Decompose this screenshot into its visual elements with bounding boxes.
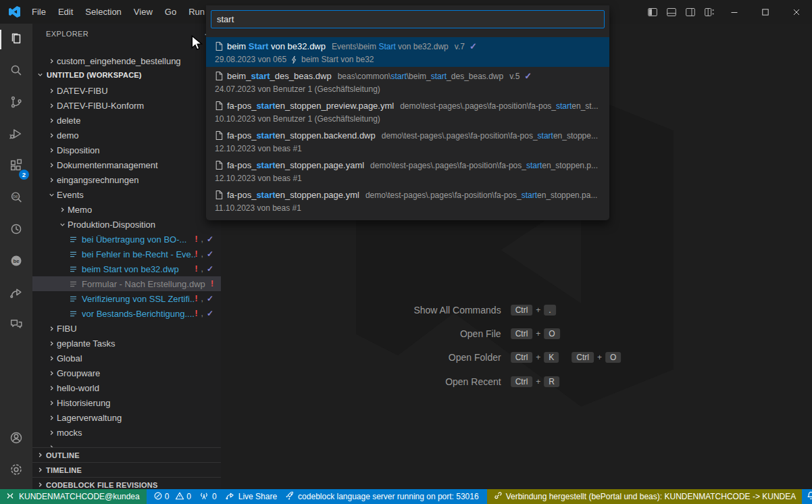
tree-item[interactable]: bei Fehler in be-Recht - Eve...!,✓ (32, 247, 221, 261)
error-decoration: ! (195, 264, 198, 274)
toggle-panel-icon[interactable] (662, 0, 681, 24)
tree-item[interactable]: bei Übertragung von BO-...!,✓ (32, 232, 221, 247)
sidebar-panels: OUTLINE TIMELINE CODEBLOCK FILE REVISION… (32, 447, 221, 489)
comments-icon (9, 317, 24, 334)
document-icon (215, 41, 223, 51)
tree-item[interactable]: Memo (32, 202, 221, 217)
activity-settings[interactable] (0, 455, 32, 486)
minimize-button[interactable] (719, 0, 750, 24)
quick-open-input[interactable] (211, 10, 605, 28)
connection-label: Verbindung hergestellt (bePortal und bea… (506, 492, 796, 501)
tree-item[interactable]: DATEV-FIBU (32, 83, 221, 98)
menu-edit[interactable]: Edit (52, 0, 79, 24)
tree-item[interactable]: mocks (32, 425, 221, 440)
quick-open-result[interactable]: ide_integration_starter.dwpTools\package… (206, 216, 609, 220)
live-share-label: Live Share (238, 492, 277, 501)
activity-search[interactable] (0, 55, 32, 87)
quick-open-result[interactable]: beim Start von be32.dwpEvents\beim Start… (206, 37, 609, 67)
menu-selection[interactable]: Selection (79, 0, 127, 24)
decorations: !,✓ (195, 309, 221, 318)
toggle-secondary-sidebar-icon[interactable] (681, 0, 700, 24)
activity-be-portal[interactable]: be (0, 246, 32, 278)
tree-item[interactable]: Produktion-Disposition (32, 217, 221, 232)
menu-file[interactable]: File (26, 0, 52, 24)
tree-item[interactable]: Disposition (32, 143, 221, 157)
tree-item[interactable]: FIBU (32, 321, 221, 336)
tree-item[interactable]: Dokumentenmanagement (32, 157, 221, 172)
tree-item-label: Disposition (57, 145, 100, 155)
activity-source-control[interactable] (0, 87, 32, 119)
maximize-button[interactable] (750, 0, 781, 24)
decoration-separator: , (201, 264, 203, 274)
tree-item[interactable]: vor Bestands-Berichtigung....!,✓ (32, 306, 221, 321)
tree-item[interactable]: hello-world (32, 380, 221, 395)
activity-comments[interactable] (0, 309, 32, 341)
tree-item[interactable]: Events (32, 187, 221, 202)
error-decoration: ! (195, 249, 198, 259)
tree-item[interactable]: Lagerverwaltung (32, 410, 221, 425)
chevron-right-icon (46, 368, 57, 378)
menu-view[interactable]: View (128, 0, 159, 24)
chevron-right-icon (46, 323, 57, 334)
status-language-server[interactable]: codeblock language server running on por… (281, 489, 483, 504)
tree-item[interactable]: Formular - Nach Erstellung.dwp! (32, 276, 221, 291)
error-decoration: ! (211, 279, 213, 288)
toggle-sidebar-icon[interactable] (643, 0, 662, 24)
shortcut-label: Open Recent (412, 376, 501, 388)
link-icon (493, 491, 503, 503)
workspace-root[interactable]: UNTITLED (WORKSPACE) (32, 68, 221, 81)
version-label: v.5 (509, 72, 519, 81)
activity-account[interactable] (0, 423, 32, 455)
panel-outline[interactable]: OUTLINE (32, 447, 221, 462)
tree-item[interactable]: beim Start von be32.dwp!,✓ (32, 261, 221, 276)
explorer-tree: custom_eingehende_bestellungDATEVDATEV-F… (32, 53, 221, 447)
panel-timeline[interactable]: TIMELINE (32, 462, 221, 477)
status-notifications[interactable] (802, 489, 812, 504)
activity-be-search[interactable]: be (0, 182, 32, 214)
gear-icon (9, 462, 24, 480)
document-icon (215, 220, 223, 220)
menu-go[interactable]: Go (159, 0, 182, 24)
tree-item-label: Events (57, 190, 84, 200)
quick-open-result[interactable]: fa-pos_starten_stoppen.page.ymldemo\test… (206, 186, 609, 216)
tree-item-label: Historisierung (57, 398, 110, 408)
tree-item[interactable]: Verifizierung von SSL Zertifi...!,✓ (32, 291, 221, 306)
tree-item[interactable]: delete (32, 113, 221, 128)
quick-open-result[interactable]: fa-pos_starten_stoppen.page.yamldemo\tes… (206, 156, 609, 186)
activity-share[interactable] (0, 278, 32, 309)
activity-extensions[interactable]: 2 (0, 151, 32, 182)
tree-item[interactable]: DATEV-FIBU-Konform (32, 98, 221, 113)
close-button[interactable] (781, 0, 812, 24)
key-cap: Ctrl (511, 305, 533, 316)
search-icon (9, 63, 24, 80)
tree-item[interactable]: geplante Tasks (32, 336, 221, 351)
activity-run-debug[interactable] (0, 119, 32, 151)
quick-open-result[interactable]: fa-pos_starten_stoppen_preview.page.ymld… (206, 97, 609, 126)
activity-history[interactable] (0, 214, 32, 246)
chevron-right-icon (46, 442, 57, 447)
remote-icon (5, 491, 15, 503)
chevron-right-icon (46, 100, 57, 111)
remote-label: KUNDENMATCHCODE@kundea (19, 492, 140, 501)
tree-item[interactable]: demo (32, 128, 221, 143)
extensions-badge: 2 (19, 170, 29, 180)
status-ports[interactable]: 0 (195, 489, 221, 504)
status-live-share[interactable]: Live Share (221, 489, 281, 504)
status-connection[interactable]: Verbindung hergestellt (bePortal und bea… (487, 489, 803, 504)
status-remote[interactable]: KUNDENMATCHCODE@kundea (0, 489, 147, 504)
server-label: codeblock language server running on por… (298, 492, 479, 501)
tree-item[interactable]: Historisierung (32, 395, 221, 410)
document-icon (215, 190, 223, 200)
tree-item[interactable]: custom_eingehende_bestellung (32, 53, 221, 68)
activity-explorer[interactable] (0, 24, 32, 55)
result-detail: 29.08.2023 von 065 (215, 55, 286, 64)
quick-open-result[interactable]: beim_start_des_beas.dwpbeas\common\start… (206, 67, 609, 97)
panel-codeblock-file-revisions[interactable]: CODEBLOCK FILE REVISIONS (32, 477, 221, 489)
customize-layout-icon[interactable] (700, 0, 719, 24)
tree-item[interactable]: Global (32, 351, 221, 366)
tree-item[interactable] (32, 440, 221, 447)
tree-item[interactable]: eingangsrechnungen (32, 172, 221, 187)
status-problems[interactable]: 0 0 (147, 489, 195, 504)
quick-open-result[interactable]: fa-pos_starten_stoppen.backend.dwpdemo\t… (206, 126, 609, 156)
tree-item[interactable]: Groupware (32, 366, 221, 380)
